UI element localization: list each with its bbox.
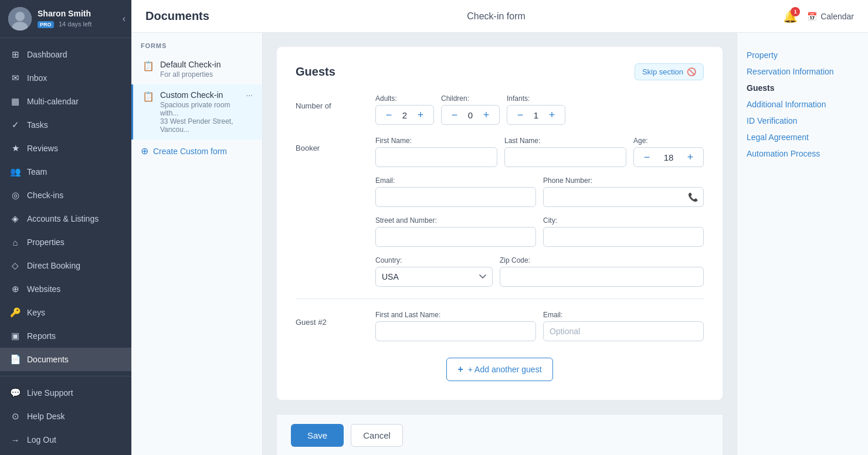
days-left: 14 days left bbox=[59, 21, 91, 28]
sidebar: Sharon Smith PRO 14 days left ‹ ⊞ Dashbo… bbox=[0, 0, 131, 455]
sidebar-item-inbox[interactable]: ✉ Inbox bbox=[0, 66, 131, 90]
infants-counter: − 1 + bbox=[507, 105, 565, 125]
booker-address-row: Street and Number: City: bbox=[375, 216, 704, 247]
city-input[interactable] bbox=[543, 227, 704, 247]
form-item-sub: Spacious private room with...33 West Pen… bbox=[160, 101, 246, 134]
sidebar-item-label: Help Desk bbox=[27, 412, 65, 421]
sidebar-item-direct-booking[interactable]: ◇ Direct Booking bbox=[0, 254, 131, 277]
street-input[interactable] bbox=[375, 227, 536, 247]
guest2-label-col: Guest #2 bbox=[296, 311, 366, 327]
sidebar-item-label: Accounts & Listings bbox=[27, 214, 99, 223]
children-label: Children: bbox=[441, 94, 500, 103]
sidebar-collapse-button[interactable]: ‹ bbox=[123, 13, 126, 24]
guest2-email-input[interactable] bbox=[543, 321, 704, 341]
children-decrement-button[interactable]: − bbox=[447, 108, 462, 122]
right-nav-legal-agreement[interactable]: Legal Agreement bbox=[747, 129, 859, 145]
adults-group: Adults: − 2 + bbox=[375, 94, 434, 125]
last-name-input[interactable] bbox=[504, 147, 626, 167]
infants-increment-button[interactable]: + bbox=[545, 108, 559, 122]
topbar-center-title: Check-in form bbox=[467, 11, 525, 22]
sidebar-item-properties[interactable]: ⌂ Properties bbox=[0, 230, 131, 254]
country-select[interactable]: USA Canada UK Australia Germany France bbox=[375, 267, 493, 287]
save-button[interactable]: Save bbox=[291, 424, 344, 447]
plus-icon: + bbox=[457, 364, 463, 375]
sidebar-item-label: Multi-calendar bbox=[27, 97, 79, 106]
sidebar-item-multi-calendar[interactable]: ▦ Multi-calendar bbox=[0, 90, 131, 113]
sidebar-item-label: Documents bbox=[27, 355, 69, 364]
sidebar-item-reviews[interactable]: ★ Reviews bbox=[0, 137, 131, 160]
city-label: City: bbox=[543, 216, 704, 225]
sidebar-item-team[interactable]: 👥 Team bbox=[0, 160, 131, 184]
content-layout: FORMS 📋 Default Check-in For all propert… bbox=[131, 33, 868, 455]
right-nav-guests[interactable]: Guests bbox=[747, 80, 859, 96]
sidebar-item-documents[interactable]: 📄 Documents bbox=[0, 348, 131, 371]
right-nav-automation-process[interactable]: Automation Process bbox=[747, 145, 859, 162]
add-another-guest-button[interactable]: + + Add another guest bbox=[446, 358, 552, 381]
phone-icon: 📞 bbox=[688, 192, 698, 202]
skip-section-button[interactable]: Skip section 🚫 bbox=[635, 63, 704, 80]
sidebar-item-log-out[interactable]: → Log Out bbox=[0, 428, 131, 451]
form-item-info: Default Check-in For all properties bbox=[160, 60, 221, 79]
infants-group: Infants: − 1 + bbox=[507, 94, 565, 125]
last-name-label: Last Name: bbox=[504, 137, 626, 145]
svg-point-1 bbox=[15, 12, 25, 21]
sidebar-item-label: Live Support bbox=[27, 388, 73, 398]
properties-icon: ⌂ bbox=[9, 236, 21, 248]
sidebar-item-reports[interactable]: ▣ Reports bbox=[0, 324, 131, 348]
children-increment-button[interactable]: + bbox=[479, 108, 493, 122]
calendar-icon: 📅 bbox=[807, 12, 817, 21]
right-nav-panel: Property Reservation Information Guests … bbox=[737, 33, 868, 455]
guest2-name-input[interactable] bbox=[375, 321, 536, 341]
create-custom-form-button[interactable]: ⊕ Create Custom form bbox=[131, 140, 262, 162]
phone-group: Phone Number: 📞 bbox=[543, 176, 704, 207]
accounts-icon: ◈ bbox=[9, 213, 21, 225]
calendar-button[interactable]: 📅 Calendar bbox=[807, 12, 854, 21]
number-of-label: Number of bbox=[296, 101, 331, 110]
infants-decrement-button[interactable]: − bbox=[513, 108, 527, 122]
guest2-name-group: First and Last Name: bbox=[375, 311, 536, 341]
adults-decrement-button[interactable]: − bbox=[382, 108, 396, 122]
sidebar-item-check-ins[interactable]: ◎ Check-ins bbox=[0, 184, 131, 207]
add-guest-container: + + Add another guest bbox=[296, 353, 704, 381]
form-item-custom-check-in[interactable]: 📋 Custom Check-in Spacious private room … bbox=[131, 84, 262, 140]
first-name-input[interactable] bbox=[375, 147, 497, 167]
booker-name-row: First Name: Last Name: Age: − bbox=[375, 137, 704, 167]
sidebar-item-label: Reports bbox=[27, 331, 56, 341]
phone-input[interactable] bbox=[543, 187, 704, 207]
cancel-button[interactable]: Cancel bbox=[351, 424, 403, 447]
sidebar-item-accounts-listings[interactable]: ◈ Accounts & Listings bbox=[0, 207, 131, 230]
sidebar-item-keys[interactable]: 🔑 Keys bbox=[0, 301, 131, 324]
age-increment-button[interactable]: + bbox=[683, 150, 697, 164]
right-nav-id-verification[interactable]: ID Verification bbox=[747, 113, 859, 129]
sidebar-item-live-support[interactable]: 💬 Live Support bbox=[0, 381, 131, 405]
sidebar-item-label: Log Out bbox=[27, 435, 56, 444]
form-item-default-check-in[interactable]: 📋 Default Check-in For all properties bbox=[131, 54, 262, 84]
email-label: Email: bbox=[375, 176, 536, 185]
email-input[interactable] bbox=[375, 187, 536, 207]
form-main: Guests Skip section 🚫 Number of Adults: bbox=[263, 33, 737, 455]
sidebar-item-dashboard[interactable]: ⊞ Dashboard bbox=[0, 43, 131, 66]
right-nav-reservation-info[interactable]: Reservation Information bbox=[747, 63, 859, 80]
eye-slash-icon: 🚫 bbox=[687, 67, 696, 76]
websites-icon: ⊕ bbox=[9, 283, 21, 295]
right-nav-additional-info[interactable]: Additional Information bbox=[747, 96, 859, 113]
sidebar-item-label: Direct Booking bbox=[27, 261, 80, 270]
help-desk-icon: ⊙ bbox=[9, 410, 21, 422]
zip-input[interactable] bbox=[500, 267, 704, 287]
form-item-icon: 📋 bbox=[143, 91, 154, 102]
country-group: Country: USA Canada UK Australia Germany… bbox=[375, 256, 493, 287]
age-counter: − 18 + bbox=[633, 147, 704, 167]
sidebar-item-websites[interactable]: ⊕ Websites bbox=[0, 277, 131, 301]
guest2-row: Guest #2 First and Last Name: Email: bbox=[296, 311, 704, 341]
adults-increment-button[interactable]: + bbox=[413, 108, 428, 122]
sidebar-item-tasks[interactable]: ✓ Tasks bbox=[0, 113, 131, 137]
notification-bell-button[interactable]: 🔔 1 bbox=[783, 9, 798, 23]
right-nav-property[interactable]: Property bbox=[747, 47, 859, 63]
forms-panel: FORMS 📋 Default Check-in For all propert… bbox=[131, 33, 263, 455]
topbar: Documents Check-in form 🔔 1 📅 Calendar bbox=[131, 0, 868, 33]
age-decrement-button[interactable]: − bbox=[640, 150, 654, 164]
more-options-icon[interactable]: ··· bbox=[246, 90, 253, 100]
sidebar-bottom: 💬 Live Support ⊙ Help Desk → Log Out bbox=[0, 376, 131, 455]
forms-section-label: FORMS bbox=[131, 42, 262, 54]
sidebar-item-help-desk[interactable]: ⊙ Help Desk bbox=[0, 405, 131, 428]
